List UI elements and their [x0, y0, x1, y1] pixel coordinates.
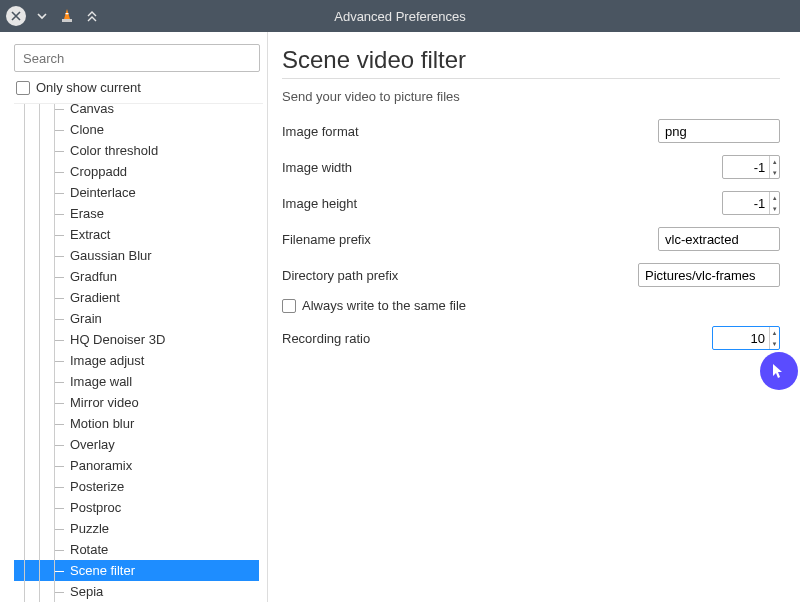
tree-item[interactable]: Deinterlace: [14, 182, 259, 203]
always-same-file-label: Always write to the same file: [302, 298, 466, 313]
tree-item-label: Mirror video: [70, 395, 139, 410]
tree-item[interactable]: Gradfun: [14, 266, 259, 287]
tree-item-label: Postproc: [70, 500, 121, 515]
recording-ratio-input[interactable]: [713, 327, 769, 349]
image-format-input[interactable]: [658, 119, 780, 143]
tree-item[interactable]: Posterize: [14, 476, 259, 497]
preferences-sidebar: Only show current CanvasCloneColor thres…: [0, 32, 268, 602]
tree-item-label: Rotate: [70, 542, 108, 557]
tree-item-label: Puzzle: [70, 521, 109, 536]
filename-prefix-label: Filename prefix: [282, 232, 371, 247]
tree-item[interactable]: Image wall: [14, 371, 259, 392]
image-height-input[interactable]: [723, 192, 769, 214]
tree-item-label: Gaussian Blur: [70, 248, 152, 263]
tree-item-label: Erase: [70, 206, 104, 221]
tree-item-label: Grain: [70, 311, 102, 326]
filename-prefix-input[interactable]: [658, 227, 780, 251]
window-titlebar: Advanced Preferences: [0, 0, 800, 32]
tree-item-label: Extract: [70, 227, 110, 242]
image-width-input[interactable]: [723, 156, 769, 178]
recording-ratio-label: Recording ratio: [282, 331, 370, 346]
image-format-label: Image format: [282, 124, 359, 139]
tree-item[interactable]: Gradient: [14, 287, 259, 308]
window-title: Advanced Preferences: [0, 9, 800, 24]
tree-item[interactable]: Postproc: [14, 497, 259, 518]
tree-item-label: Gradfun: [70, 269, 117, 284]
app-icon: [58, 7, 76, 25]
tree-item-label: Overlay: [70, 437, 115, 452]
tree-item[interactable]: Gaussian Blur: [14, 245, 259, 266]
spin-buttons[interactable]: ▲▼: [769, 327, 779, 349]
recording-ratio-stepper[interactable]: ▲▼: [712, 326, 780, 350]
image-width-stepper[interactable]: ▲▼: [722, 155, 780, 179]
svg-rect-1: [62, 19, 72, 22]
tree-item[interactable]: Grain: [14, 308, 259, 329]
image-height-label: Image height: [282, 196, 357, 211]
tree-item[interactable]: Image adjust: [14, 350, 259, 371]
tree-item[interactable]: Panoramix: [14, 455, 259, 476]
chevron-up-double-icon[interactable]: [82, 6, 102, 26]
tree-item[interactable]: Erase: [14, 203, 259, 224]
tree-item-label: Gradient: [70, 290, 120, 305]
image-width-label: Image width: [282, 160, 352, 175]
tree-item-label: Color threshold: [70, 143, 158, 158]
always-same-file-checkbox[interactable]: Always write to the same file: [282, 298, 780, 313]
tree-item[interactable]: Scene filter: [14, 560, 259, 581]
tree-item-label: Panoramix: [70, 458, 132, 473]
tree-item[interactable]: Rotate: [14, 539, 259, 560]
tree-item-label: Canvas: [70, 104, 114, 116]
tree-item[interactable]: Extract: [14, 224, 259, 245]
tree-item-label: Croppadd: [70, 164, 127, 179]
tree-item[interactable]: Canvas: [14, 104, 259, 119]
page-subtitle: Send your video to picture files: [282, 89, 780, 104]
spin-buttons[interactable]: ▲▼: [769, 156, 779, 178]
tree-item-label: Scene filter: [70, 563, 135, 578]
title-divider: [282, 78, 780, 79]
tree-item-label: Clone: [70, 122, 104, 137]
tree-item-label: Motion blur: [70, 416, 134, 431]
tree-item[interactable]: Overlay: [14, 434, 259, 455]
close-button[interactable]: [6, 6, 26, 26]
dir-prefix-label: Directory path prefix: [282, 268, 398, 283]
page-title: Scene video filter: [282, 46, 780, 74]
image-height-stepper[interactable]: ▲▼: [722, 191, 780, 215]
tree-item[interactable]: Clone: [14, 119, 259, 140]
tree-item[interactable]: Mirror video: [14, 392, 259, 413]
tree-item[interactable]: Color threshold: [14, 140, 259, 161]
tree-item[interactable]: Motion blur: [14, 413, 259, 434]
tree-item-label: Image adjust: [70, 353, 144, 368]
tree-item[interactable]: Puzzle: [14, 518, 259, 539]
only-show-current-label: Only show current: [36, 80, 141, 95]
chevron-down-icon[interactable]: [32, 6, 52, 26]
tree-item[interactable]: Sepia: [14, 581, 259, 602]
search-input[interactable]: [14, 44, 260, 72]
tree-item-label: Sepia: [70, 584, 103, 599]
tree-item-label: Posterize: [70, 479, 124, 494]
settings-panel: Scene video filter Send your video to pi…: [268, 32, 800, 602]
tree-item[interactable]: Croppadd: [14, 161, 259, 182]
svg-rect-2: [66, 13, 69, 14]
spin-buttons[interactable]: ▲▼: [769, 192, 779, 214]
checkbox-icon: [282, 299, 296, 313]
dir-prefix-input[interactable]: [638, 263, 780, 287]
tree-item-label: HQ Denoiser 3D: [70, 332, 165, 347]
only-show-current-checkbox[interactable]: Only show current: [14, 80, 263, 95]
tree-item[interactable]: HQ Denoiser 3D: [14, 329, 259, 350]
tree-item-label: Deinterlace: [70, 185, 136, 200]
tree-item-label: Image wall: [70, 374, 132, 389]
preferences-tree[interactable]: CanvasCloneColor thresholdCroppaddDeinte…: [14, 104, 263, 602]
checkbox-icon: [16, 81, 30, 95]
